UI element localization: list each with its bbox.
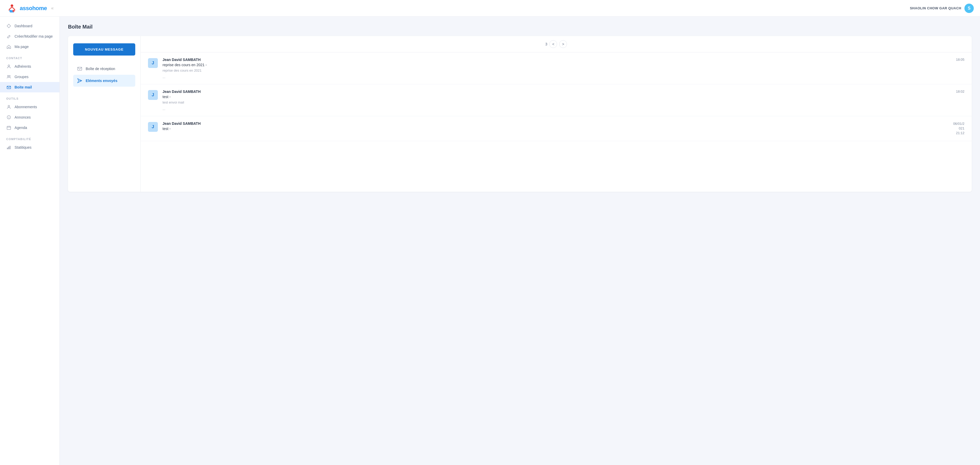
- email-avatar: J: [148, 58, 158, 68]
- email-avatar: J: [148, 122, 158, 132]
- group-icon: [6, 74, 11, 79]
- svg-point-6: [8, 76, 9, 77]
- sidebar-item-adherents[interactable]: Adhérents: [0, 61, 59, 71]
- sidebar-item-dashboard[interactable]: Dashboard: [0, 21, 59, 31]
- email-item[interactable]: J Jean David SAMBATH reprise des cours e…: [141, 52, 972, 84]
- mail-sidebar: NOUVEAU MESSAGE Boîte de réception Eléme…: [68, 36, 141, 192]
- sidebar-item-groupes[interactable]: Groupes: [0, 71, 59, 82]
- sidebar-item-statistiques[interactable]: Statitiques: [0, 142, 59, 152]
- svg-rect-18: [10, 146, 10, 149]
- logo-area: assohome «: [6, 3, 54, 14]
- sidebar-item-creer-page[interactable]: Créer/Modifier ma page: [0, 31, 59, 41]
- mail-active-icon: [6, 84, 11, 90]
- info-icon: i: [6, 115, 11, 120]
- home-icon: [6, 44, 11, 49]
- svg-point-1: [10, 10, 11, 12]
- user-avatar[interactable]: S: [964, 4, 974, 13]
- svg-point-2: [13, 10, 14, 12]
- svg-point-7: [9, 76, 10, 77]
- user-name: SHAOLIN CHOW GAR QUACH: [910, 6, 961, 10]
- pagination-prev-button[interactable]: <: [549, 40, 557, 48]
- svg-marker-3: [7, 24, 11, 28]
- pagination-next-button[interactable]: >: [559, 40, 567, 48]
- mail-list-header: 3 < >: [141, 36, 972, 52]
- inbox-icon: [77, 66, 83, 71]
- user-area: SHAOLIN CHOW GAR QUACH S: [910, 4, 974, 13]
- mail-container: NOUVEAU MESSAGE Boîte de réception Eléme…: [68, 36, 972, 192]
- sidebar-section-comptabilite: COMPTABILITÉ: [0, 133, 59, 142]
- email-subject: test -: [162, 127, 945, 131]
- email-subject: reprise des cours en 2021 -: [162, 63, 945, 67]
- new-message-button[interactable]: NOUVEAU MESSAGE: [73, 43, 135, 56]
- logo-text: assohome: [20, 5, 47, 12]
- page-title: Boîte Mail: [68, 24, 972, 30]
- email-sender: Jean David SAMBATH: [162, 89, 945, 94]
- svg-rect-16: [7, 148, 8, 149]
- abonnements-icon: [6, 104, 11, 110]
- page-number: 3: [546, 42, 547, 46]
- sidebar: Dashboard Créer/Modifier ma page Ma page…: [0, 17, 60, 465]
- calendar-icon: [6, 125, 11, 130]
- chart-icon: [6, 145, 11, 150]
- header: assohome « SHAOLIN CHOW GAR QUACH S: [0, 0, 980, 17]
- sidebar-item-boite-mail[interactable]: Boite mail: [0, 82, 59, 92]
- svg-line-4: [10, 35, 10, 36]
- email-subject: test -: [162, 95, 945, 99]
- email-preview: reprise des cours en 2021: [162, 68, 945, 72]
- email-dots: ...: [162, 75, 945, 79]
- folder-inbox[interactable]: Boîte de réception: [73, 63, 135, 75]
- email-time: 18:05: [949, 58, 964, 62]
- email-body: Jean David SAMBATH test - test envoi mai…: [162, 89, 945, 111]
- email-item[interactable]: J Jean David SAMBATH test - 06/01/2 021 …: [141, 116, 972, 141]
- mail-list: 3 < > J Jean David SAMBATH reprise des c…: [141, 36, 972, 192]
- diamond-icon: [6, 23, 11, 29]
- svg-point-0: [11, 5, 13, 7]
- email-time: 06/01/2 021 21:12: [949, 121, 964, 136]
- logo-icon: [6, 3, 18, 14]
- email-dots: ...: [162, 107, 945, 111]
- svg-point-9: [8, 105, 10, 107]
- sidebar-section-contact: CONTACT: [0, 52, 59, 61]
- layout: Dashboard Créer/Modifier ma page Ma page…: [0, 17, 980, 465]
- email-sender: Jean David SAMBATH: [162, 121, 945, 125]
- sidebar-item-abonnements[interactable]: Abonnements: [0, 102, 59, 112]
- collapse-sidebar-button[interactable]: «: [51, 5, 54, 11]
- send-icon: [77, 78, 83, 84]
- svg-point-5: [8, 65, 10, 67]
- person-icon: [6, 64, 11, 69]
- sidebar-item-annonces[interactable]: i Annonces: [0, 112, 59, 122]
- email-avatar: J: [148, 90, 158, 100]
- folder-sent[interactable]: Eléments envoyés: [73, 75, 135, 87]
- email-item[interactable]: J Jean David SAMBATH test - test envoi m…: [141, 84, 972, 116]
- main-content: Boîte Mail NOUVEAU MESSAGE Boîte de réce…: [60, 17, 980, 465]
- sidebar-section-outils: OUTILS: [0, 92, 59, 102]
- sidebar-item-agenda[interactable]: Agenda: [0, 122, 59, 133]
- email-preview: test envoi mail: [162, 100, 945, 104]
- svg-rect-17: [8, 147, 9, 149]
- svg-text:i: i: [9, 116, 10, 119]
- sidebar-item-ma-page[interactable]: Ma page: [0, 41, 59, 52]
- email-body: Jean David SAMBATH reprise des cours en …: [162, 58, 945, 79]
- pencil-icon: [6, 34, 11, 39]
- email-sender: Jean David SAMBATH: [162, 58, 945, 62]
- svg-rect-12: [7, 126, 11, 130]
- email-time: 18:02: [949, 89, 964, 94]
- email-body: Jean David SAMBATH test -: [162, 121, 945, 132]
